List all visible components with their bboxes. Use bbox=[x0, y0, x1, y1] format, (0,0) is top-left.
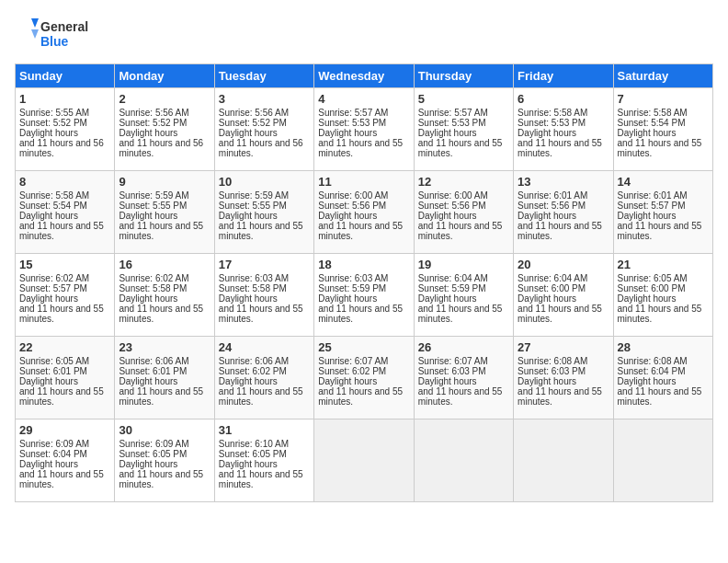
daylight-duration: and 11 hours and 55 minutes. bbox=[219, 304, 303, 324]
sunrise-text: Sunrise: 6:04 AM bbox=[518, 273, 587, 283]
daylight-label: Daylight hours bbox=[119, 376, 177, 386]
sunrise-text: Sunrise: 6:06 AM bbox=[119, 356, 188, 366]
calendar-cell: 18Sunrise: 6:03 AMSunset: 5:59 PMDayligh… bbox=[314, 254, 414, 337]
sunset-text: Sunset: 6:05 PM bbox=[219, 449, 287, 459]
daylight-duration: and 11 hours and 55 minutes. bbox=[518, 221, 602, 241]
sunrise-text: Sunrise: 5:58 AM bbox=[518, 108, 587, 118]
sunrise-text: Sunrise: 5:59 AM bbox=[219, 190, 289, 201]
sunset-text: Sunset: 6:01 PM bbox=[119, 366, 187, 376]
sunset-text: Sunset: 5:55 PM bbox=[119, 201, 187, 211]
daylight-label: Daylight hours bbox=[19, 128, 78, 138]
sunset-text: Sunset: 5:54 PM bbox=[19, 201, 87, 211]
daylight-duration: and 11 hours and 55 minutes. bbox=[418, 221, 503, 241]
day-number: 17 bbox=[219, 258, 310, 271]
calendar-cell: 13Sunrise: 6:01 AMSunset: 5:56 PMDayligh… bbox=[514, 171, 613, 254]
daylight-duration: and 11 hours and 55 minutes. bbox=[19, 386, 104, 407]
svg-text:General: General bbox=[40, 19, 88, 34]
calendar-cell: 1Sunrise: 5:55 AMSunset: 5:52 PMDaylight… bbox=[16, 88, 115, 171]
sunrise-text: Sunrise: 6:05 AM bbox=[618, 273, 688, 283]
day-number: 24 bbox=[219, 340, 310, 354]
day-number: 25 bbox=[318, 340, 409, 354]
daylight-duration: and 11 hours and 55 minutes. bbox=[119, 386, 203, 407]
sunrise-text: Sunrise: 6:09 AM bbox=[19, 439, 89, 449]
sunrise-text: Sunrise: 5:55 AM bbox=[19, 108, 89, 118]
sunset-text: Sunset: 5:58 PM bbox=[119, 283, 187, 293]
calendar-header-row: SundayMondayTuesdayWednesdayThursdayFrid… bbox=[16, 64, 713, 88]
sunset-text: Sunset: 5:55 PM bbox=[219, 201, 287, 211]
sunrise-text: Sunrise: 6:09 AM bbox=[119, 439, 188, 449]
daylight-label: Daylight hours bbox=[19, 459, 78, 469]
day-number: 20 bbox=[518, 258, 609, 271]
sunset-text: Sunset: 5:58 PM bbox=[219, 283, 287, 293]
sunset-text: Sunset: 6:03 PM bbox=[518, 366, 586, 376]
day-header-monday: Monday bbox=[115, 64, 214, 88]
calendar-cell: 25Sunrise: 6:07 AMSunset: 6:02 PMDayligh… bbox=[314, 337, 414, 419]
daylight-duration: and 11 hours and 56 minutes. bbox=[19, 138, 104, 158]
sunset-text: Sunset: 5:57 PM bbox=[19, 283, 87, 293]
daylight-label: Daylight hours bbox=[219, 376, 278, 386]
sunrise-text: Sunrise: 6:02 AM bbox=[19, 273, 89, 283]
day-number: 27 bbox=[518, 340, 609, 354]
daylight-label: Daylight hours bbox=[219, 211, 278, 221]
calendar-week-row: 1Sunrise: 5:55 AMSunset: 5:52 PMDaylight… bbox=[16, 88, 713, 171]
sunset-text: Sunset: 6:05 PM bbox=[119, 449, 187, 459]
calendar-cell: 16Sunrise: 6:02 AMSunset: 5:58 PMDayligh… bbox=[115, 254, 214, 337]
daylight-duration: and 11 hours and 55 minutes. bbox=[518, 138, 602, 158]
sunset-text: Sunset: 5:56 PM bbox=[418, 201, 486, 211]
calendar-week-row: 22Sunrise: 6:05 AMSunset: 6:01 PMDayligh… bbox=[16, 337, 713, 419]
day-number: 16 bbox=[119, 258, 210, 271]
calendar-cell: 9Sunrise: 5:59 AMSunset: 5:55 PMDaylight… bbox=[115, 171, 214, 254]
calendar-week-row: 29Sunrise: 6:09 AMSunset: 6:04 PMDayligh… bbox=[16, 419, 713, 502]
sunrise-text: Sunrise: 5:56 AM bbox=[119, 108, 188, 118]
day-number: 23 bbox=[119, 340, 210, 354]
day-number: 3 bbox=[219, 92, 310, 106]
day-number: 18 bbox=[318, 258, 409, 271]
sunrise-text: Sunrise: 6:07 AM bbox=[318, 356, 388, 366]
daylight-label: Daylight hours bbox=[418, 376, 477, 386]
daylight-label: Daylight hours bbox=[19, 293, 78, 304]
logo-svg: General Blue bbox=[15, 15, 97, 56]
daylight-label: Daylight hours bbox=[518, 376, 576, 386]
day-number: 7 bbox=[618, 92, 709, 106]
sunset-text: Sunset: 6:03 PM bbox=[418, 366, 486, 376]
daylight-duration: and 11 hours and 55 minutes. bbox=[418, 386, 503, 407]
day-number: 11 bbox=[318, 175, 409, 189]
sunrise-text: Sunrise: 6:08 AM bbox=[618, 356, 688, 366]
sunrise-text: Sunrise: 6:03 AM bbox=[318, 273, 388, 283]
daylight-duration: and 11 hours and 55 minutes. bbox=[219, 221, 303, 241]
daylight-label: Daylight hours bbox=[418, 293, 477, 304]
sunset-text: Sunset: 5:52 PM bbox=[119, 118, 187, 128]
sunset-text: Sunset: 5:53 PM bbox=[518, 118, 586, 128]
daylight-label: Daylight hours bbox=[618, 293, 677, 304]
calendar-cell: 27Sunrise: 6:08 AMSunset: 6:03 PMDayligh… bbox=[514, 337, 613, 419]
daylight-duration: and 11 hours and 56 minutes. bbox=[119, 138, 203, 158]
day-number: 14 bbox=[618, 175, 709, 189]
day-number: 26 bbox=[418, 340, 509, 354]
day-header-friday: Friday bbox=[514, 64, 613, 88]
day-number: 1 bbox=[19, 92, 110, 106]
sunset-text: Sunset: 6:02 PM bbox=[219, 366, 287, 376]
calendar-cell: 23Sunrise: 6:06 AMSunset: 6:01 PMDayligh… bbox=[115, 337, 214, 419]
calendar-cell: 20Sunrise: 6:04 AMSunset: 6:00 PMDayligh… bbox=[514, 254, 613, 337]
sunset-text: Sunset: 5:56 PM bbox=[518, 201, 586, 211]
daylight-duration: and 11 hours and 55 minutes. bbox=[518, 386, 602, 407]
day-number: 8 bbox=[19, 175, 110, 189]
daylight-label: Daylight hours bbox=[418, 128, 477, 138]
sunrise-text: Sunrise: 6:01 AM bbox=[618, 190, 688, 201]
calendar-cell bbox=[613, 419, 712, 502]
daylight-label: Daylight hours bbox=[119, 293, 177, 304]
day-header-wednesday: Wednesday bbox=[314, 64, 414, 88]
calendar-cell: 24Sunrise: 6:06 AMSunset: 6:02 PMDayligh… bbox=[214, 337, 313, 419]
daylight-duration: and 11 hours and 55 minutes. bbox=[318, 221, 403, 241]
daylight-label: Daylight hours bbox=[219, 128, 278, 138]
sunset-text: Sunset: 5:52 PM bbox=[19, 118, 87, 128]
calendar-cell: 14Sunrise: 6:01 AMSunset: 5:57 PMDayligh… bbox=[613, 171, 712, 254]
sunset-text: Sunset: 6:00 PM bbox=[618, 283, 686, 293]
day-number: 15 bbox=[19, 258, 110, 271]
calendar-week-row: 8Sunrise: 5:58 AMSunset: 5:54 PMDaylight… bbox=[16, 171, 713, 254]
sunrise-text: Sunrise: 6:10 AM bbox=[219, 439, 289, 449]
sunset-text: Sunset: 5:56 PM bbox=[318, 201, 386, 211]
sunset-text: Sunset: 6:04 PM bbox=[618, 366, 686, 376]
daylight-label: Daylight hours bbox=[119, 128, 177, 138]
daylight-label: Daylight hours bbox=[318, 128, 377, 138]
